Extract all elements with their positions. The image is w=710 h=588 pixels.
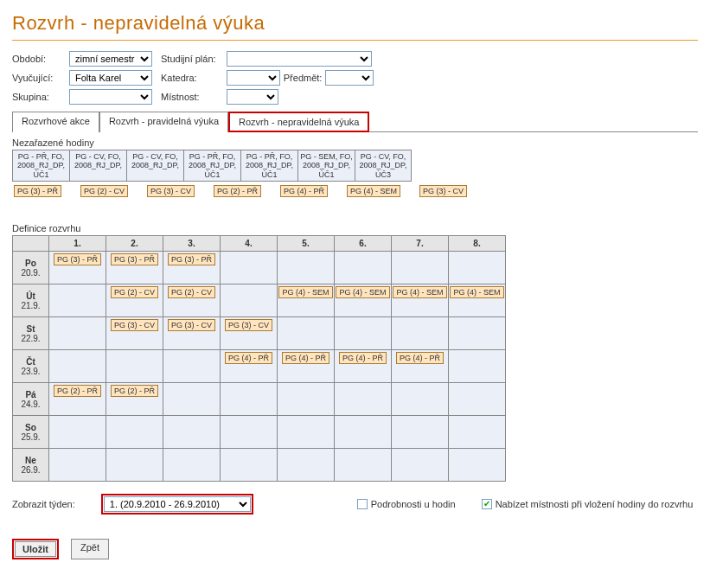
row-header: Čt23.9. — [13, 350, 49, 383]
grid-cell[interactable]: PG (2) - PŘ — [106, 383, 163, 416]
grid-row: St22.9. PG (3) - CV PG (3) - CV PG (3) -… — [13, 317, 506, 350]
grid-cell[interactable] — [278, 383, 335, 416]
grid-cell[interactable]: PG (2) - PŘ — [49, 383, 106, 416]
col-header: 4. — [221, 236, 278, 252]
grid-cell[interactable] — [335, 416, 392, 449]
unassigned-cell[interactable]: PG - PŘ, FO, 2008_RJ_DP, ÚČ1 — [240, 150, 297, 182]
detail-checkbox[interactable]: Podrobnosti u hodin — [357, 499, 456, 509]
grid-cell[interactable] — [335, 449, 392, 482]
grid-cell[interactable] — [392, 383, 449, 416]
room-select[interactable] — [227, 89, 278, 105]
grid-cell[interactable] — [49, 284, 106, 317]
lesson-chip[interactable]: PG (3) - PŘ — [14, 185, 61, 197]
grid-cell[interactable] — [335, 252, 392, 284]
grid-cell[interactable] — [163, 383, 221, 416]
unassigned-cell[interactable]: PG - CV, FO, 2008_RJ_DP, — [126, 150, 183, 182]
lesson-chip[interactable]: PG (3) - CV — [419, 185, 467, 197]
lesson-chip[interactable]: PG (4) - PŘ — [280, 185, 328, 197]
grid-cell[interactable] — [449, 317, 506, 350]
grid-cell[interactable]: PG (4) - SEM — [278, 284, 335, 317]
grid-cell[interactable] — [392, 317, 449, 350]
week-select-highlight: 1. (20.9.2010 - 26.9.2010) — [101, 494, 253, 514]
grid-cell[interactable] — [278, 416, 335, 449]
grid-cell[interactable]: PG (3) - CV — [106, 317, 163, 350]
grid-cell[interactable] — [392, 416, 449, 449]
grid-cell[interactable] — [221, 416, 278, 449]
col-header: 1. — [49, 236, 106, 252]
grid-cell[interactable] — [163, 416, 221, 449]
grid-cell[interactable] — [335, 317, 392, 350]
row-header: So25.9. — [13, 416, 49, 449]
offer-checkbox-label: Nabízet místnosti při vložení hodiny do … — [496, 499, 694, 509]
grid-cell[interactable]: PG (4) - SEM — [449, 284, 506, 317]
lesson-chip[interactable]: PG (3) - CV — [147, 185, 195, 197]
grid-cell[interactable]: PG (3) - PŘ — [106, 252, 163, 284]
dept-select[interactable] — [227, 70, 280, 86]
back-button[interactable]: Zpět — [71, 539, 109, 559]
grid-cell[interactable] — [49, 449, 106, 482]
grid-cell[interactable]: PG (4) - PŘ — [221, 350, 278, 383]
grid-cell[interactable]: PG (2) - CV — [106, 284, 163, 317]
checkbox-checked-icon: ✔ — [482, 499, 492, 509]
group-select[interactable] — [69, 89, 152, 105]
unassigned-cell[interactable]: PG - CV, FO, 2008_RJ_DP, — [69, 150, 126, 182]
grid-cell[interactable] — [392, 449, 449, 482]
grid-cell[interactable] — [221, 383, 278, 416]
grid-cell[interactable] — [49, 350, 106, 383]
unassigned-cell[interactable]: PG - SEM, FO, 2008_RJ_DP, ÚČ1 — [297, 150, 355, 182]
grid-cell[interactable] — [106, 350, 163, 383]
grid-cell[interactable] — [221, 449, 278, 482]
grid-cell[interactable] — [278, 252, 335, 284]
tab-regular[interactable]: Rozvrh - pravidelná výuka — [99, 112, 228, 132]
grid-cell[interactable]: PG (4) - SEM — [392, 284, 449, 317]
definition-title: Definice rozvrhu — [12, 223, 698, 233]
grid-cell[interactable] — [163, 350, 221, 383]
unassigned-cell[interactable]: PG - PŘ, FO, 2008_RJ_DP, ÚČ1 — [183, 150, 240, 182]
tab-actions[interactable]: Rozvrhové akce — [12, 112, 99, 132]
grid-cell[interactable]: PG (4) - PŘ — [278, 350, 335, 383]
grid-cell[interactable]: PG (4) - PŘ — [335, 350, 392, 383]
grid-cell[interactable] — [449, 449, 506, 482]
lesson-chip[interactable]: PG (2) - PŘ — [214, 185, 261, 197]
period-select[interactable]: zimní semestr — [69, 51, 152, 67]
unassigned-cell[interactable]: PG - CV, FO, 2008_RJ_DP, ÚČ3 — [355, 150, 412, 182]
tab-irregular[interactable]: Rozvrh - nepravidelná výuka — [228, 112, 369, 132]
grid-cell[interactable] — [449, 252, 506, 284]
grid-cell[interactable] — [278, 317, 335, 350]
grid-cell[interactable] — [278, 449, 335, 482]
schedule-grid: 1. 2. 3. 4. 5. 6. 7. 8. Po20.9. PG (3) -… — [12, 235, 506, 482]
grid-cell[interactable]: PG (3) - PŘ — [49, 252, 106, 284]
grid-cell[interactable] — [106, 449, 163, 482]
row-header: Ne26.9. — [13, 449, 49, 482]
grid-cell[interactable] — [392, 252, 449, 284]
grid-cell[interactable] — [49, 317, 106, 350]
subject-select[interactable] — [325, 70, 374, 86]
grid-row: Po20.9. PG (3) - PŘ PG (3) - PŘ PG (3) -… — [13, 252, 506, 284]
grid-cell[interactable] — [49, 416, 106, 449]
grid-cell[interactable] — [163, 449, 221, 482]
grid-cell[interactable]: PG (3) - CV — [163, 317, 221, 350]
grid-cell[interactable] — [221, 284, 278, 317]
lesson-chip[interactable]: PG (4) - SEM — [347, 185, 400, 197]
grid-cell[interactable] — [335, 383, 392, 416]
lesson-chip[interactable]: PG (2) - CV — [80, 185, 128, 197]
col-header: 5. — [278, 236, 335, 252]
offer-checkbox[interactable]: ✔ Nabízet místnosti při vložení hodiny d… — [482, 499, 694, 509]
grid-cell[interactable] — [221, 252, 278, 284]
teacher-select[interactable]: Folta Karel — [69, 70, 152, 86]
week-select[interactable]: 1. (20.9.2010 - 26.9.2010) — [104, 496, 251, 512]
plan-label: Studijní plán: — [161, 54, 221, 64]
plan-select[interactable] — [227, 51, 372, 67]
grid-row: So25.9. — [13, 416, 506, 449]
grid-cell[interactable]: PG (2) - CV — [163, 284, 221, 317]
save-button[interactable]: Uložit — [12, 539, 59, 559]
grid-cell[interactable]: PG (4) - SEM — [335, 284, 392, 317]
grid-cell[interactable]: PG (4) - PŘ — [392, 350, 449, 383]
grid-cell[interactable] — [449, 383, 506, 416]
grid-cell[interactable]: PG (3) - PŘ — [163, 252, 221, 284]
unassigned-cell[interactable]: PG - PŘ, FO, 2008_RJ_DP, ÚČ1 — [12, 150, 69, 182]
grid-cell[interactable]: PG (3) - CV — [221, 317, 278, 350]
grid-cell[interactable] — [449, 416, 506, 449]
grid-cell[interactable] — [449, 350, 506, 383]
grid-cell[interactable] — [106, 416, 163, 449]
